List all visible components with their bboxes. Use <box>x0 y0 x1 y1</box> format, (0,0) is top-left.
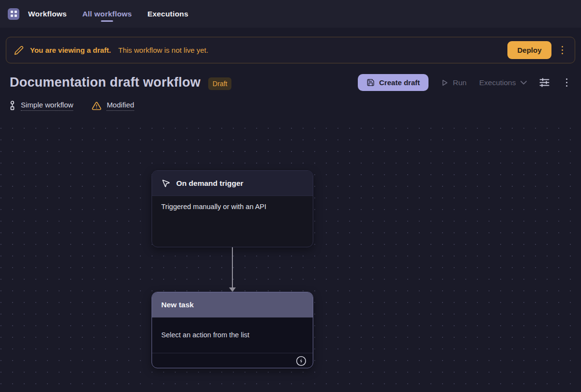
run-button[interactable]: Run <box>441 78 466 87</box>
modified-status-link[interactable]: Modified <box>107 101 134 111</box>
node-on-demand-trigger[interactable]: On demand trigger Triggered manually or … <box>152 170 313 247</box>
workflow-settings-button[interactable] <box>539 78 550 87</box>
workflow-type-icon <box>9 101 16 111</box>
workflow-type-link[interactable]: Simple workflow <box>21 101 73 111</box>
node-new-task[interactable]: New task Select an action from the list <box>152 292 313 368</box>
executions-label: Executions <box>479 78 516 87</box>
create-draft-button[interactable]: Create draft <box>358 74 428 91</box>
banner-title: You are viewing a draft. <box>30 46 111 54</box>
page-title: Documentation draft workflow <box>10 75 200 90</box>
node-footer <box>152 353 313 368</box>
header-actions: Create draft Run Executions <box>358 74 571 91</box>
workflow-header: Documentation draft workflow Draft Creat… <box>0 63 581 91</box>
nav-item-all-workflows[interactable]: All workflows <box>82 6 132 22</box>
node-title: On demand trigger <box>176 179 244 188</box>
grid-glyph <box>11 11 17 17</box>
node-description: Select an action from the list <box>152 317 313 353</box>
cursor-icon <box>161 179 170 188</box>
sliders-icon <box>539 78 550 87</box>
node-header: On demand trigger <box>152 171 313 196</box>
nav-item-workflows[interactable]: Workflows <box>28 6 67 22</box>
run-label: Run <box>453 78 466 87</box>
choose-action-button[interactable] <box>296 356 306 366</box>
nav-item-executions[interactable]: Executions <box>147 6 188 22</box>
save-icon <box>367 78 375 87</box>
header-kebab-menu-icon[interactable] <box>562 75 572 90</box>
banner-message: This workflow is not live yet. <box>118 46 208 54</box>
draft-banner: You are viewing a draft. This workflow i… <box>6 37 575 63</box>
draft-status-badge: Draft <box>208 77 231 90</box>
chevron-down-icon <box>520 81 527 85</box>
lightning-circle-icon <box>296 356 306 366</box>
play-icon <box>441 79 448 87</box>
top-nav: Workflows All workflows Executions <box>0 0 581 28</box>
workflow-meta: Simple workflow Modified <box>0 91 581 111</box>
workflows-app-icon[interactable] <box>8 8 19 20</box>
pencil-icon <box>14 45 24 55</box>
node-title: New task <box>161 301 194 309</box>
connector-arrowhead-icon <box>229 287 236 292</box>
executions-dropdown[interactable]: Executions <box>479 78 527 87</box>
warning-icon <box>92 101 102 111</box>
create-draft-label: Create draft <box>379 78 420 87</box>
deploy-button[interactable]: Deploy <box>507 41 551 59</box>
workflow-canvas[interactable]: On demand trigger Triggered manually or … <box>0 118 581 389</box>
node-header: New task <box>152 292 313 317</box>
node-description: Triggered manually or with an API <box>152 196 313 217</box>
connector-line <box>232 247 233 288</box>
banner-kebab-menu-icon[interactable] <box>558 43 567 58</box>
